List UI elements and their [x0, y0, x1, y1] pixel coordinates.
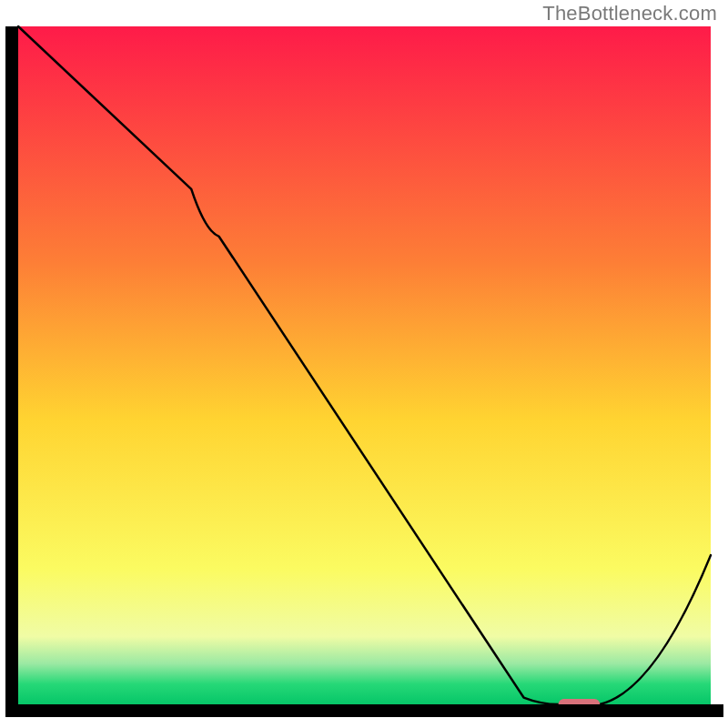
chart-container: { "attribution": "TheBottleneck.com", "c…: [0, 0, 728, 728]
bottleneck-chart: [0, 0, 728, 728]
plot-background: [18, 26, 711, 704]
